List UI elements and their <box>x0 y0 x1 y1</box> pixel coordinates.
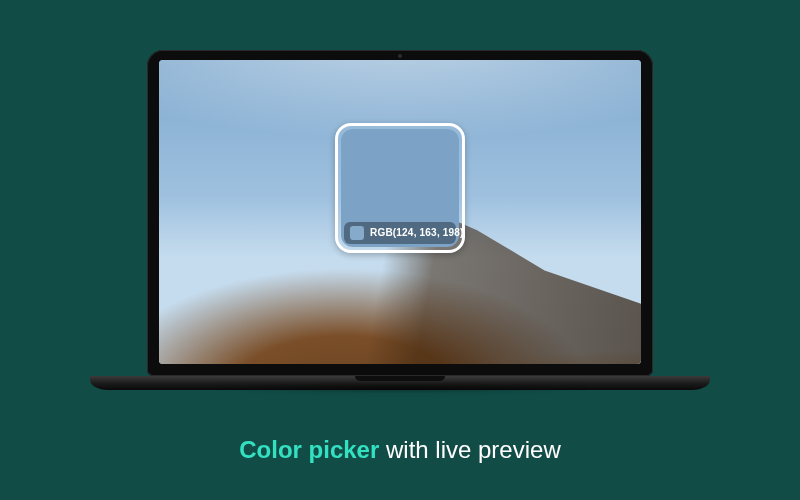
laptop-base <box>90 376 710 390</box>
camera-dot <box>398 54 402 58</box>
color-picker-readout: RGB(124, 163, 198) <box>344 222 456 244</box>
color-swatch <box>350 226 364 240</box>
caption-accent: Color picker <box>239 436 379 463</box>
laptop-lid: RGB(124, 163, 198) <box>147 50 653 376</box>
marketing-caption: Color picker with live preview <box>239 436 560 464</box>
laptop-mockup: RGB(124, 163, 198) <box>147 50 653 390</box>
color-value-label: RGB(124, 163, 198) <box>370 227 464 238</box>
desktop-screen: RGB(124, 163, 198) <box>159 60 641 364</box>
color-picker-overlay[interactable]: RGB(124, 163, 198) <box>335 123 465 253</box>
caption-rest: with live preview <box>379 436 560 463</box>
